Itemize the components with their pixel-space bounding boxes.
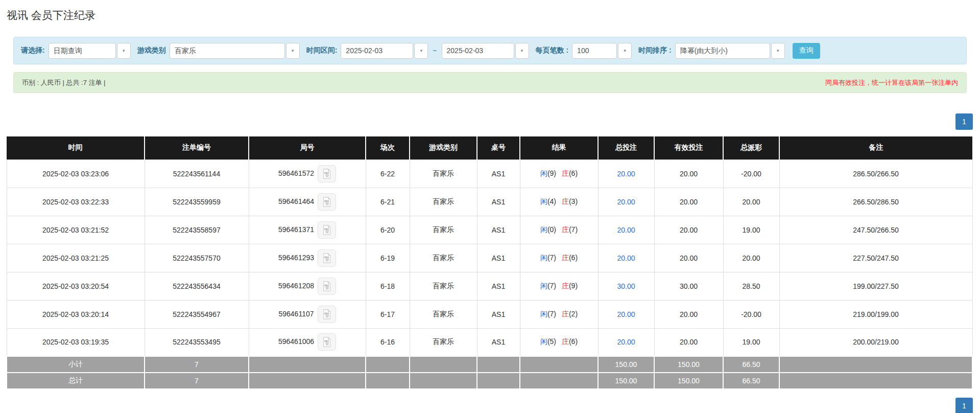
result-player-label: 闲 (540, 169, 547, 177)
remark-cell: 286.50/266.50 (779, 159, 972, 188)
total-bet-link[interactable]: 20.00 (617, 170, 635, 178)
video-replay-button[interactable] (318, 306, 336, 323)
grand-total-total-bet: 150.00 (598, 373, 654, 389)
chevron-down-icon[interactable]: ▼ (515, 43, 529, 59)
col-time: 时间 (7, 136, 145, 159)
col-remark: 备注 (779, 136, 972, 159)
result-banker-label: 庄 (562, 197, 569, 205)
result-banker-num: (6) (569, 337, 578, 346)
video-file-icon (321, 336, 332, 348)
table-body: 2025-02-03 03:23:06 522243561144 5964615… (7, 159, 972, 356)
valid-bet-cell: 30.00 (654, 272, 723, 300)
result-player-num: (9) (547, 169, 556, 177)
result-cell: 闲(5) 庄(6) (520, 328, 598, 356)
video-replay-button[interactable] (318, 333, 336, 351)
result-player-num: (4) (547, 197, 556, 205)
chevron-down-icon[interactable]: ▼ (286, 43, 300, 59)
table-header-row: 时间 注单编号 局号 场次 游戏类别 桌号 结果 总投注 有效投注 总派彩 备注 (7, 136, 972, 159)
total-bet-link[interactable]: 20.00 (617, 254, 635, 262)
round-cell: 596461006 (249, 328, 366, 356)
video-replay-button[interactable] (318, 249, 336, 267)
pagination-top: 1 (0, 113, 973, 130)
date-from-value[interactable]: 2025-02-03 (341, 43, 413, 59)
col-session: 场次 (366, 136, 410, 159)
page-size-value[interactable]: 100 (572, 43, 617, 59)
video-replay-button[interactable] (318, 165, 336, 182)
chevron-down-icon[interactable]: ▼ (771, 43, 785, 59)
result-player-label: 闲 (540, 337, 547, 346)
total-bet-cell: 20.00 (598, 244, 654, 272)
total-bet-link[interactable]: 20.00 (617, 310, 635, 318)
result-player-label: 闲 (540, 310, 547, 318)
date-to-value[interactable]: 2025-02-03 (442, 43, 514, 59)
page-size-label: 每页笔数 : (536, 46, 569, 55)
time-sort-combo: 降幂(由大到小) ▼ (675, 43, 785, 59)
game-type-value[interactable]: 百家乐 (170, 43, 285, 59)
bet-records-table: 时间 注单编号 局号 场次 游戏类别 桌号 结果 总投注 有效投注 总派彩 备注… (6, 136, 973, 389)
video-replay-button[interactable] (318, 221, 336, 239)
col-game-type: 游戏类别 (410, 136, 477, 159)
bet-id-cell: 522243561144 (145, 159, 249, 188)
round-cell: 596461464 (249, 188, 366, 216)
total-bet-link[interactable]: 20.00 (617, 198, 635, 206)
table-no-cell: AS1 (477, 188, 520, 216)
video-replay-button[interactable] (318, 278, 336, 295)
time-cell: 2025-02-03 03:20:14 (7, 300, 145, 328)
select-type-combo: 日期查询 ▼ (49, 43, 131, 59)
total-bet-link[interactable]: 20.00 (617, 338, 635, 346)
search-button[interactable]: 查询 (793, 43, 820, 59)
col-valid-bet: 有效投注 (654, 136, 723, 159)
chevron-down-icon[interactable]: ▼ (117, 43, 131, 59)
time-sort-value[interactable]: 降幂(由大到小) (675, 43, 770, 59)
result-banker-label: 庄 (562, 310, 569, 318)
remark-cell: 200.00/219.00 (779, 328, 972, 356)
filter-panel: 请选择: 日期查询 ▼ 游戏类别 百家乐 ▼ 时间区间: 2025-02-03 … (13, 37, 967, 64)
pagination-bottom: 1 (0, 398, 973, 413)
result-banker-num: (6) (569, 254, 578, 262)
payout-cell: 28.50 (723, 272, 779, 300)
col-payout: 总派彩 (723, 136, 779, 159)
date-range-separator: ~ (433, 47, 437, 55)
round-id: 596461572 (278, 169, 314, 177)
video-file-icon (321, 224, 332, 236)
grand-total-label: 总计 (7, 373, 145, 389)
video-file-icon (321, 309, 332, 320)
payout-cell: -20.00 (723, 300, 779, 328)
result-banker-num: (2) (569, 310, 578, 318)
bet-id-cell: 522243558597 (145, 216, 249, 244)
currency-summary-text: 币别 : 人民币 | 总共 :7 注单 | (22, 78, 106, 87)
col-total-bet: 总投注 (598, 136, 654, 159)
remark-cell: 227.50/247.50 (779, 244, 972, 272)
total-bet-link[interactable]: 20.00 (617, 226, 635, 234)
time-cell: 2025-02-03 03:20:54 (7, 272, 145, 300)
result-banker-num: (9) (569, 282, 578, 290)
game-type-cell: 百家乐 (410, 159, 477, 188)
bet-id-cell: 522243556434 (145, 272, 249, 300)
time-cell: 2025-02-03 03:22:33 (7, 188, 145, 216)
chevron-down-icon[interactable]: ▼ (618, 43, 632, 59)
session-cell: 6-16 (366, 328, 410, 356)
subtotal-count: 7 (145, 356, 249, 373)
chevron-down-icon[interactable]: ▼ (414, 43, 428, 59)
video-file-icon (321, 253, 332, 264)
bet-id-cell: 522243559959 (145, 188, 249, 216)
video-replay-button[interactable] (318, 193, 336, 211)
grand-total-payout: 66.50 (723, 373, 779, 389)
total-bet-cell: 20.00 (598, 216, 654, 244)
page-1-button[interactable]: 1 (955, 398, 973, 413)
page-1-button[interactable]: 1 (955, 113, 973, 130)
table-row: 2025-02-03 03:22:33 522243559959 5964614… (7, 188, 972, 216)
grand-total-valid-bet: 150.00 (654, 373, 723, 389)
round-cell: 596461572 (249, 159, 366, 188)
page-size-combo: 100 ▼ (572, 43, 632, 59)
total-bet-link[interactable]: 30.00 (617, 282, 635, 290)
subtotal-valid-bet: 150.00 (654, 356, 723, 373)
result-cell: 闲(9) 庄(6) (520, 159, 598, 188)
valid-bet-cell: 20.00 (654, 188, 723, 216)
game-type-label: 游戏类别 (137, 46, 166, 55)
remark-cell: 266.50/286.50 (779, 188, 972, 216)
select-type-value[interactable]: 日期查询 (49, 43, 116, 59)
result-player-num: (7) (547, 254, 556, 262)
table-no-cell: AS1 (477, 244, 520, 272)
result-player-label: 闲 (540, 254, 547, 262)
